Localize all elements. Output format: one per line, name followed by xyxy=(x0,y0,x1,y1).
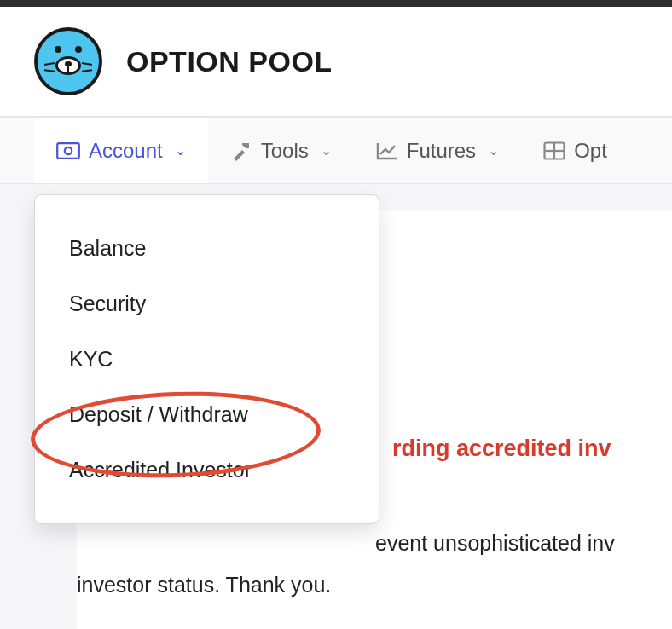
cash-icon xyxy=(56,142,80,159)
svg-rect-0 xyxy=(57,143,79,159)
chevron-down-icon: ⌄ xyxy=(488,142,499,159)
chart-icon xyxy=(376,141,398,160)
window-top-bar xyxy=(0,0,672,7)
grid-icon xyxy=(543,141,565,160)
chevron-down-icon: ⌄ xyxy=(321,142,332,159)
main-nav: Account ⌄ Tools ⌄ Futures ⌄ xyxy=(0,118,672,184)
account-dropdown: Balance Security KYC Deposit / Withdraw … xyxy=(34,194,379,524)
header: OPTION POOL xyxy=(0,7,672,118)
dropdown-item-accredited-investor[interactable]: Accredited Investor xyxy=(35,442,379,498)
dropdown-item-kyc[interactable]: KYC xyxy=(35,332,379,387)
hammer-icon xyxy=(230,140,252,162)
dropdown-item-balance[interactable]: Balance xyxy=(35,221,379,276)
notice-line: investor status. Thank you. xyxy=(77,568,672,602)
nav-item-options[interactable]: Opt xyxy=(521,118,629,183)
logo xyxy=(34,27,102,95)
brand-name: OPTION POOL xyxy=(126,45,333,78)
dropdown-item-deposit-withdraw[interactable]: Deposit / Withdraw xyxy=(35,387,379,442)
dropdown-item-security[interactable]: Security xyxy=(35,276,379,332)
nav-item-tools[interactable]: Tools ⌄ xyxy=(208,118,354,183)
nav-item-account[interactable]: Account ⌄ xyxy=(34,118,208,183)
nav-label: Futures xyxy=(407,139,476,163)
chevron-down-icon: ⌄ xyxy=(175,142,186,159)
notice-line: event unsophisticated inv xyxy=(77,527,672,560)
nav-item-futures[interactable]: Futures ⌄ xyxy=(354,118,521,183)
nav-label: Opt xyxy=(574,139,607,163)
svg-point-1 xyxy=(65,147,72,153)
nav-label: Account xyxy=(89,139,163,163)
nav-label: Tools xyxy=(261,139,309,163)
